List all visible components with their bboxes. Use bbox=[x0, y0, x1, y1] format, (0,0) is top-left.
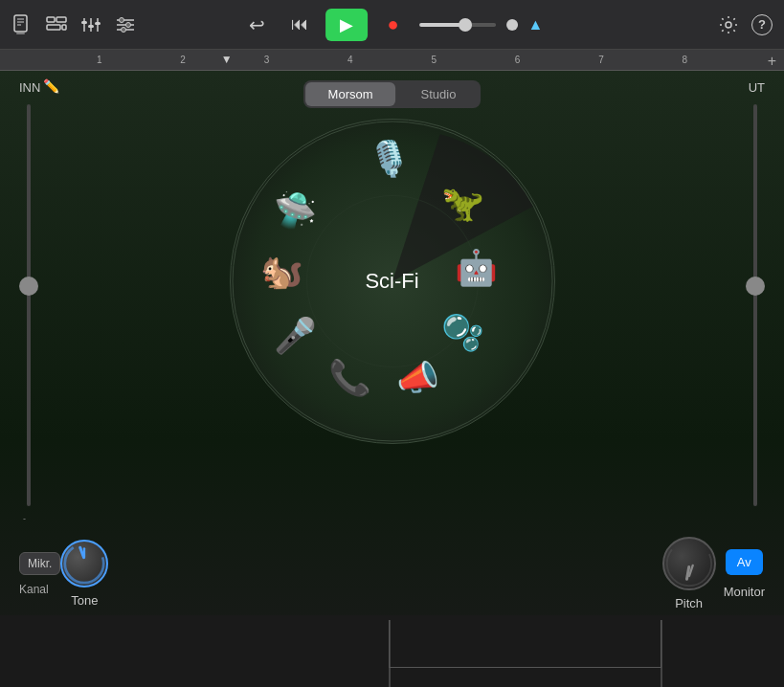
back-button[interactable]: ↩ bbox=[241, 9, 274, 41]
output-level-slider[interactable] bbox=[753, 104, 757, 506]
inn-label: INN bbox=[19, 80, 40, 95]
telephone-icon[interactable]: 📞 bbox=[328, 358, 371, 398]
monitor-label: Monitor bbox=[724, 585, 765, 599]
ruler-mark-8: 8 bbox=[643, 55, 727, 65]
bottom-controls: Mikr. Kanal Tone Pitch bbox=[0, 537, 784, 610]
svg-point-19 bbox=[126, 22, 131, 27]
pitch-v-right bbox=[661, 620, 661, 668]
svg-rect-14 bbox=[95, 22, 101, 25]
tone-knob[interactable] bbox=[60, 540, 108, 587]
settings-icon[interactable] bbox=[719, 15, 738, 34]
wheel-outer: Sci-Fi 🎙️ 🛸 🦖 🐿️ 🤖 🎤 🫧 📞 📣 bbox=[230, 119, 555, 444]
squirrel-icon[interactable]: 🐿️ bbox=[260, 252, 303, 292]
ut-label: UT bbox=[749, 80, 765, 95]
waveform-line-2 bbox=[390, 620, 391, 687]
svg-rect-5 bbox=[47, 17, 55, 22]
ruler-mark-6: 6 bbox=[476, 55, 559, 65]
document-icon[interactable] bbox=[11, 14, 33, 35]
ruler-marks: 1 2 3 ▼ 4 5 6 7 8 bbox=[57, 55, 727, 65]
main-content: INN ✏️ UT - Morsom Studio bbox=[0, 71, 784, 687]
volume-max-icon bbox=[505, 18, 519, 32]
voice-wheel[interactable]: Sci-Fi 🎙️ 🛸 🦖 🐿️ 🤖 🎤 🫧 📞 📣 bbox=[230, 119, 555, 444]
tab-studio[interactable]: Studio bbox=[398, 82, 480, 106]
svg-rect-8 bbox=[62, 25, 66, 30]
ufo-icon[interactable]: 🛸 bbox=[274, 190, 317, 231]
mikr-container: Mikr. Kanal bbox=[19, 552, 60, 596]
handheld-mic-icon[interactable]: 🎤 bbox=[274, 316, 317, 356]
ruler-mark-2: 2 bbox=[141, 55, 224, 65]
toolbar-right: ? bbox=[719, 14, 773, 35]
bubbles-icon[interactable]: 🫧 bbox=[441, 313, 484, 353]
tracks-icon[interactable] bbox=[46, 16, 67, 33]
volume-knob bbox=[459, 18, 472, 32]
play-button[interactable]: ▶ bbox=[325, 9, 368, 41]
ruler-add-button[interactable]: + bbox=[768, 53, 776, 70]
pitch-label: Pitch bbox=[675, 596, 703, 610]
pitch-knob-container: Pitch bbox=[662, 537, 716, 610]
ruler: 1 2 3 ▼ 4 5 6 7 8 + bbox=[0, 50, 784, 71]
tone-knob-container: Tone bbox=[60, 540, 108, 608]
toolbar-left bbox=[11, 14, 136, 35]
svg-point-18 bbox=[120, 17, 124, 22]
svg-rect-13 bbox=[88, 25, 94, 28]
volume-slider[interactable] bbox=[419, 23, 496, 27]
ruler-mark-1: 1 bbox=[57, 55, 141, 65]
pitch-knob[interactable] bbox=[662, 537, 716, 590]
monster-icon[interactable]: 🦖 bbox=[441, 184, 484, 224]
metronome-icon[interactable]: ▲ bbox=[528, 16, 544, 33]
svg-rect-6 bbox=[56, 17, 66, 22]
kanal-label: Kanal bbox=[19, 583, 49, 596]
toolbar-center: ↩ ⏮ ▶ ● ▲ bbox=[241, 9, 544, 41]
rewind-button[interactable]: ⏮ bbox=[283, 9, 316, 41]
svg-point-22 bbox=[726, 22, 731, 28]
robot-icon[interactable]: 🤖 bbox=[455, 248, 498, 288]
pitch-connect-line bbox=[389, 667, 661, 668]
equalizer-icon[interactable] bbox=[115, 16, 136, 33]
svg-rect-7 bbox=[47, 25, 60, 30]
pencil-icon[interactable]: ✏️ bbox=[43, 78, 59, 94]
input-level-thumb bbox=[19, 277, 38, 296]
monitor-button[interactable]: Av bbox=[726, 549, 763, 575]
output-level-thumb bbox=[746, 277, 765, 296]
input-level-slider[interactable]: - bbox=[27, 104, 31, 506]
record-button[interactable]: ● bbox=[377, 9, 410, 41]
playhead-marker: ▼ bbox=[221, 53, 233, 66]
wheel-center-label: Sci-Fi bbox=[365, 269, 418, 294]
svg-rect-0 bbox=[14, 15, 27, 32]
pitch-v-left bbox=[389, 620, 390, 668]
mikr-button[interactable]: Mikr. bbox=[19, 552, 60, 575]
mixer-icon[interactable] bbox=[80, 16, 101, 33]
waveform-line-4 bbox=[661, 620, 662, 687]
svg-point-21 bbox=[506, 19, 518, 31]
ruler-mark-3: 3 ▼ bbox=[225, 55, 308, 65]
ruler-mark-4: 4 bbox=[308, 55, 392, 65]
svg-line-29 bbox=[689, 565, 693, 576]
ruler-mark-5: 5 bbox=[392, 55, 476, 65]
svg-rect-1 bbox=[16, 33, 25, 34]
mode-tabs: Morsom Studio bbox=[303, 80, 482, 108]
tab-morsom[interactable]: Morsom bbox=[305, 82, 396, 106]
ruler-mark-7: 7 bbox=[559, 55, 642, 65]
microphone-icon[interactable]: 🎙️ bbox=[368, 139, 411, 179]
svg-point-28 bbox=[666, 542, 710, 586]
svg-rect-12 bbox=[81, 21, 87, 24]
help-icon[interactable]: ? bbox=[751, 14, 773, 35]
waveform-area bbox=[0, 615, 784, 687]
svg-point-20 bbox=[122, 27, 126, 32]
megaphone-icon[interactable]: 📣 bbox=[396, 358, 439, 398]
monitor-container: Av Monitor bbox=[724, 549, 765, 599]
toolbar: ↩ ⏮ ▶ ● ▲ ? bbox=[0, 0, 784, 50]
tone-label: Tone bbox=[71, 593, 98, 608]
